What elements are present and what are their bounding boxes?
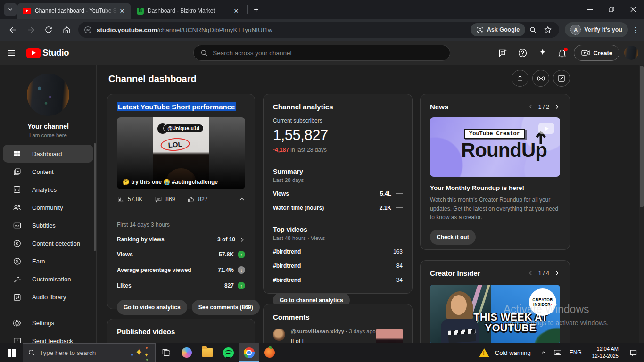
- tab-search-button[interactable]: [4, 3, 17, 16]
- metric-row[interactable]: Ranking by views 3 of 10: [117, 236, 245, 243]
- task-view-button[interactable]: [156, 343, 176, 362]
- summary-row: Watch time (hours) 2.1K: [273, 205, 403, 211]
- back-button[interactable]: [5, 22, 21, 38]
- google-lens-icon: [476, 26, 484, 33]
- address-bar[interactable]: studio.youtube.com/channel/UCNRNqDibPlmy…: [78, 22, 559, 38]
- sidebar-item-settings[interactable]: Settings: [0, 314, 96, 332]
- close-button[interactable]: [622, 0, 644, 19]
- tab-close-icon[interactable]: ✕: [118, 7, 126, 15]
- sidebar-item-content[interactable]: Content: [0, 163, 96, 181]
- edit-button[interactable]: [553, 70, 570, 87]
- sidebar-item-audio-library[interactable]: Audio library: [0, 288, 96, 306]
- clock[interactable]: 12:04 AM 12-12-2025: [587, 346, 623, 360]
- reload-button[interactable]: [41, 22, 57, 38]
- go-to-video-analytics-button[interactable]: Go to video analytics: [117, 300, 187, 315]
- metric-label: Likes: [117, 282, 132, 289]
- home-button[interactable]: [58, 22, 74, 38]
- go-live-button[interactable]: [532, 70, 549, 87]
- action-center-button[interactable]: [625, 349, 641, 357]
- menu-hamburger-icon[interactable]: [0, 49, 23, 58]
- metric-value: 57.8K: [219, 251, 234, 258]
- browser-menu-icon[interactable]: ⋮: [631, 25, 640, 34]
- ai-sparkle-button[interactable]: [534, 44, 551, 61]
- chrome-app-button[interactable]: [239, 343, 259, 362]
- studio-logo[interactable]: Studio: [26, 48, 69, 58]
- sidebar-item-analytics[interactable]: Analytics: [0, 181, 96, 198]
- insider-banner-image[interactable]: THIS WEEK ATYOUTUBE CREATORINSIDER: [430, 285, 560, 343]
- taskbar-search-input[interactable]: [40, 349, 115, 356]
- chevron-left-icon[interactable]: [528, 104, 534, 110]
- tab-channel-dashboard[interactable]: Channel dashboard - YouTube S ✕: [17, 3, 131, 19]
- weather-warning-text[interactable]: Cold warning: [495, 349, 531, 356]
- sidebar-item-label: Audio library: [32, 294, 66, 301]
- notifications-button[interactable]: [554, 44, 571, 61]
- sidebar-item-customisation[interactable]: Customisation: [0, 270, 96, 288]
- touch-keyboard-button[interactable]: [552, 349, 564, 356]
- sidebar-item-dashboard[interactable]: Dashboard: [3, 145, 93, 163]
- search-icon: [200, 49, 208, 57]
- chevron-left-icon[interactable]: [528, 270, 534, 276]
- studio-brand-text: Studio: [42, 48, 69, 58]
- published-videos-title: Published videos: [117, 328, 245, 336]
- help-button[interactable]: [514, 44, 531, 61]
- sidebar-item-content-detection[interactable]: Content detection: [0, 234, 96, 252]
- short-card-title: Latest YouTube Short performance: [117, 103, 245, 111]
- news-banner-image[interactable]: YouTube Creator RoundUp: [430, 117, 560, 177]
- sidebar-item-earn[interactable]: Earn: [0, 252, 96, 270]
- copilot-app-button[interactable]: [176, 343, 197, 362]
- trend-up-icon: ↑: [238, 282, 245, 289]
- short-video-thumbnail[interactable]: @Unique-u1d LOL 🤔 try this one 😭 #acting…: [117, 117, 245, 189]
- delta-suffix: in last 28 days: [289, 147, 327, 153]
- check-it-out-button[interactable]: Check it out: [430, 230, 476, 245]
- ask-google-button[interactable]: Ask Google: [471, 23, 525, 36]
- comment-item[interactable]: @suroviHasan-xi4yy • 3 days ago [LoL]: [273, 329, 403, 343]
- page-scrollbar[interactable]: [639, 65, 644, 343]
- chrome-icon: [244, 347, 255, 358]
- url-text: studio.youtube.com/channel/UCNRNqDibPlmy…: [97, 26, 471, 33]
- spotify-app-button[interactable]: [218, 343, 239, 362]
- forward-button[interactable]: [23, 22, 39, 38]
- bookmark-button[interactable]: [540, 22, 555, 37]
- sidebar-item-label: Earn: [32, 258, 45, 265]
- verify-profile-button[interactable]: A Verify it's you: [565, 22, 628, 37]
- sidebar-item-subtitles[interactable]: Subtitles: [0, 216, 96, 234]
- tab-title: Channel dashboard - YouTube S: [35, 8, 118, 14]
- summary-value: 2.1K: [380, 205, 391, 211]
- tray-expand-button[interactable]: [537, 350, 550, 355]
- see-comments-button[interactable]: See comments (869): [192, 300, 260, 315]
- metric-label: Ranking by views: [117, 236, 165, 243]
- top-video-row[interactable]: #birdtrend 34: [273, 277, 403, 283]
- sidebar-item-label: Customisation: [32, 276, 71, 283]
- upload-videos-button[interactable]: [512, 70, 528, 87]
- taskbar-search[interactable]: ✦✦: [23, 343, 156, 362]
- account-avatar[interactable]: [624, 46, 638, 60]
- feedback-button[interactable]: [495, 44, 512, 61]
- chevron-right-icon[interactable]: [554, 104, 560, 110]
- studio-search-input[interactable]: [213, 49, 443, 57]
- sidebar-item-label: Dashboard: [32, 150, 62, 157]
- top-video-title: #birdtrend: [273, 248, 301, 255]
- restore-button[interactable]: [601, 0, 622, 19]
- studio-search-bar[interactable]: [193, 45, 450, 61]
- published-videos-card: Published videos: [107, 319, 255, 343]
- create-button[interactable]: Create: [574, 45, 619, 61]
- scrollbar-thumb[interactable]: [640, 66, 644, 207]
- collapse-button[interactable]: [239, 196, 245, 203]
- file-explorer-button[interactable]: [197, 343, 218, 362]
- comment-text: [LoL]: [291, 338, 376, 343]
- sidebar-item-community[interactable]: Community: [0, 198, 96, 216]
- fl-studio-app-button[interactable]: [259, 343, 280, 362]
- search-in-page-button[interactable]: [525, 22, 540, 37]
- minimize-button[interactable]: [579, 0, 601, 19]
- start-button[interactable]: [0, 343, 23, 362]
- chevron-right-icon[interactable]: [554, 270, 560, 276]
- new-tab-button[interactable]: [249, 3, 263, 16]
- fl-studio-icon: [264, 347, 275, 358]
- sidebar-scrollbar[interactable]: [94, 143, 96, 251]
- language-indicator[interactable]: ENG: [566, 349, 586, 356]
- top-video-row[interactable]: #birdtrend 163: [273, 248, 403, 255]
- tab-bizkro-market[interactable]: Dashboard - Bizkro Market ✕: [131, 3, 245, 19]
- tab-close-icon[interactable]: ✕: [232, 7, 240, 15]
- top-video-row[interactable]: #birdtrend 84: [273, 263, 403, 269]
- channel-avatar[interactable]: [27, 74, 69, 116]
